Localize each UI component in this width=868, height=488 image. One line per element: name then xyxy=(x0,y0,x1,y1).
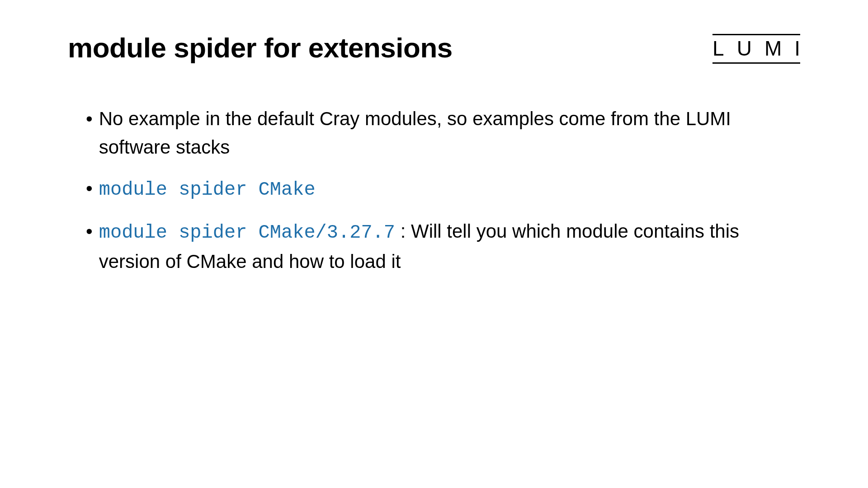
bullet-text: module spider CMake xyxy=(99,174,800,204)
content-area: • No example in the default Cray modules… xyxy=(68,104,800,276)
lumi-logo: LUMI xyxy=(712,34,800,64)
bullet-text: module spider CMake/3.27.7 : Will tell y… xyxy=(99,217,800,276)
bullet-marker: • xyxy=(86,104,93,133)
bullet-text: No example in the default Cray modules, … xyxy=(99,104,800,161)
list-item: • No example in the default Cray modules… xyxy=(86,104,800,161)
code-text: module spider CMake/3.27.7 xyxy=(99,222,395,244)
list-item: • module spider CMake/3.27.7 : Will tell… xyxy=(86,217,800,276)
bullet-marker: • xyxy=(86,217,93,245)
logo-text: LUMI xyxy=(712,36,813,61)
page-title: module spider for extensions xyxy=(68,32,453,64)
list-item: • module spider CMake xyxy=(86,174,800,204)
slide: module spider for extensions LUMI • No e… xyxy=(0,0,868,488)
bullet-marker: • xyxy=(86,174,93,202)
code-text: module spider CMake xyxy=(99,179,316,201)
header: module spider for extensions LUMI xyxy=(68,32,800,64)
